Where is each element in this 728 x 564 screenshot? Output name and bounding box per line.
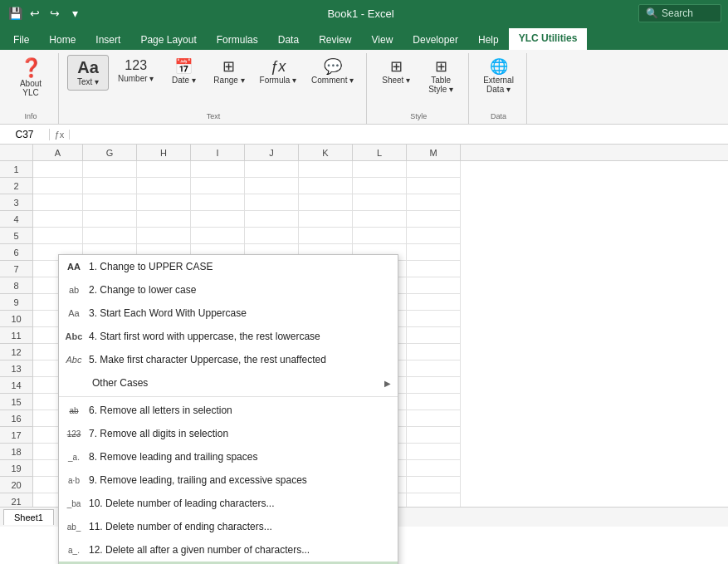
lowercase-icon: ab — [66, 285, 82, 295]
date-button[interactable]: 📅 Date ▾ — [163, 55, 204, 89]
menu-item-remove-excessive-spaces[interactable]: a·b 9. Remove leading, trailing and exce… — [59, 468, 398, 492]
style-group-label: Style — [410, 112, 427, 122]
tab-ylc-utilities[interactable]: YLC Utilities — [509, 28, 588, 50]
menu-item-uppercase[interactable]: AA 1. Change to UPPER CASE — [59, 255, 398, 278]
submenu-arrow-icon: ▶ — [384, 379, 391, 388]
menu-item-uppercase-label: 1. Change to UPPER CASE — [89, 261, 391, 272]
table-row: 4 — [0, 211, 728, 228]
menu-item-titlecase-label: 3. Start Each Word With Uppercase — [89, 307, 391, 319]
col-header-i[interactable]: I — [191, 145, 245, 160]
table-row: 3 — [0, 194, 728, 211]
tab-page-layout[interactable]: Page Layout — [130, 30, 206, 50]
number-icon: 123 — [125, 59, 147, 72]
window-title: Book1 - Excel — [83, 7, 638, 20]
number-button[interactable]: 123 Number ▾ — [112, 55, 159, 87]
cell-reference[interactable]: C37 — [0, 129, 50, 140]
menu-item-delete-after-n-chars-label: 12. Delete all after a given number of c… — [89, 544, 391, 556]
menu-item-remove-digits[interactable]: 123 7. Remove all digits in selection — [59, 422, 398, 445]
text-group-label: Text — [207, 112, 221, 122]
menu-item-titlecase[interactable]: Aa 3. Start Each Word With Uppercase — [59, 302, 398, 325]
remove-spaces-icon: _a. — [66, 453, 82, 462]
table-row: 5 — [0, 228, 728, 244]
col-header-m[interactable]: M — [407, 145, 461, 160]
col-header-h[interactable]: H — [137, 145, 191, 160]
tab-insert[interactable]: Insert — [86, 30, 130, 50]
tab-help[interactable]: Help — [468, 30, 509, 50]
external-data-icon: 🌐 — [490, 59, 508, 74]
remove-digits-icon: 123 — [66, 429, 82, 439]
menu-item-firstchar[interactable]: Abc 5. Make first character Uppercase, t… — [59, 348, 398, 371]
col-header-a[interactable]: A — [33, 145, 83, 160]
undo-icon[interactable]: ↩ — [27, 5, 43, 22]
menu-item-firstword[interactable]: Abc 4. Start first word with uppercase, … — [59, 325, 398, 348]
firstchar-icon: Abc — [66, 355, 82, 365]
tab-formulas[interactable]: Formulas — [207, 30, 268, 50]
col-header-k[interactable]: K — [299, 145, 353, 160]
sheet-icon: ⊞ — [390, 59, 403, 74]
quick-access-toolbar: 💾 ↩ ↪ ▾ — [7, 5, 83, 22]
external-data-button[interactable]: 🌐 ExternalData ▾ — [477, 55, 520, 98]
menu-item-firstword-label: 4. Start first word with uppercase, the … — [89, 331, 391, 342]
tab-data[interactable]: Data — [268, 30, 309, 50]
menu-item-othercases-label: Other Cases — [89, 377, 378, 389]
formula-icon: ƒx — [270, 59, 286, 74]
text-button[interactable]: Aa Text ▾ — [67, 55, 109, 91]
tab-home[interactable]: Home — [39, 30, 86, 50]
menu-item-othercases[interactable]: Other Cases ▶ — [59, 371, 398, 395]
tab-view[interactable]: View — [362, 30, 403, 50]
redo-icon[interactable]: ↪ — [46, 5, 63, 22]
uppercase-icon: AA — [66, 262, 82, 272]
col-header-g[interactable]: G — [83, 145, 137, 160]
remove-excessive-spaces-icon: a·b — [66, 476, 82, 485]
menu-item-delete-after-n-chars[interactable]: a_. 12. Delete all after a given number … — [59, 538, 398, 562]
search-box[interactable]: 🔍 — [638, 4, 721, 22]
ribbon-group-data: 🌐 ExternalData ▾ Data — [471, 53, 527, 124]
tab-review[interactable]: Review — [309, 30, 361, 50]
about-icon: ❓ — [20, 59, 42, 77]
menu-item-remove-digits-label: 7. Remove all digits in selection — [89, 428, 391, 439]
comment-button[interactable]: 💬 Comment ▾ — [305, 55, 359, 89]
title-bar: 💾 ↩ ↪ ▾ Book1 - Excel 🔍 — [0, 0, 728, 27]
sheet-tab-1[interactable]: Sheet1 — [3, 509, 54, 525]
menu-item-lowercase-label: 2. Change to lower case — [89, 284, 391, 296]
comment-icon: 💬 — [324, 59, 342, 74]
sheet-button[interactable]: ⊞ Sheet ▾ — [375, 55, 417, 89]
info-group-label: Info — [24, 112, 37, 122]
menu-item-remove-letters-label: 6. Remove all letters in selection — [89, 405, 391, 416]
about-ylc-button[interactable]: ❓ AboutYLC — [10, 55, 51, 101]
corner-cell — [0, 145, 33, 160]
save-icon[interactable]: 💾 — [7, 5, 23, 22]
ribbon-tabs: File Home Insert Page Layout Formulas Da… — [0, 27, 728, 50]
search-area[interactable]: 🔍 — [638, 4, 721, 22]
menu-divider-1 — [59, 396, 398, 397]
range-button[interactable]: ⊞ Range ▾ — [208, 55, 250, 89]
menu-item-remove-leading-trailing[interactable]: _a. 8. Remove leading and trailing space… — [59, 445, 398, 468]
formula-button[interactable]: ƒx Formula ▾ — [254, 55, 302, 89]
tab-developer[interactable]: Developer — [403, 30, 468, 50]
menu-item-delete-leading-chars-label: 10. Delete number of leading characters.… — [89, 498, 391, 509]
ribbon: ❓ AboutYLC Info Aa Text ▾ 123 Number ▾ 📅… — [0, 50, 728, 125]
ribbon-group-style: ⊞ Sheet ▾ ⊞ TableStyle ▾ Style — [369, 53, 469, 124]
table-row: 1 — [0, 161, 728, 178]
table-row: 2 — [0, 178, 728, 194]
text-dropdown-menu: AA 1. Change to UPPER CASE ab 2. Change … — [58, 254, 398, 564]
ribbon-group-info: ❓ AboutYLC Info — [3, 53, 59, 124]
titlecase-icon: Aa — [66, 308, 82, 318]
search-input[interactable] — [662, 7, 720, 19]
dropdown-icon[interactable]: ▾ — [66, 5, 83, 22]
range-icon: ⊞ — [222, 59, 235, 74]
menu-item-remove-letters[interactable]: ab 6. Remove all letters in selection — [59, 399, 398, 422]
menu-item-delete-leading-chars[interactable]: _ba 10. Delete number of leading charact… — [59, 492, 398, 515]
col-header-l[interactable]: L — [353, 145, 407, 160]
column-headers: A G H I J K L M — [0, 145, 728, 161]
ribbon-group-text: Aa Text ▾ 123 Number ▾ 📅 Date ▾ ⊞ Range … — [61, 53, 367, 124]
menu-item-delete-ending-chars[interactable]: ab_ 11. Delete number of ending characte… — [59, 515, 398, 538]
tab-file[interactable]: File — [3, 30, 39, 50]
table-style-button[interactable]: ⊞ TableStyle ▾ — [420, 55, 462, 98]
delete-after-n-icon: a_. — [66, 546, 82, 555]
firstword-icon: Abc — [66, 331, 82, 341]
text-icon: Aa — [77, 59, 99, 76]
col-header-j[interactable]: J — [245, 145, 299, 160]
menu-item-lowercase[interactable]: ab 2. Change to lower case — [59, 278, 398, 302]
menu-item-delete-ending-chars-label: 11. Delete number of ending characters..… — [89, 521, 391, 532]
